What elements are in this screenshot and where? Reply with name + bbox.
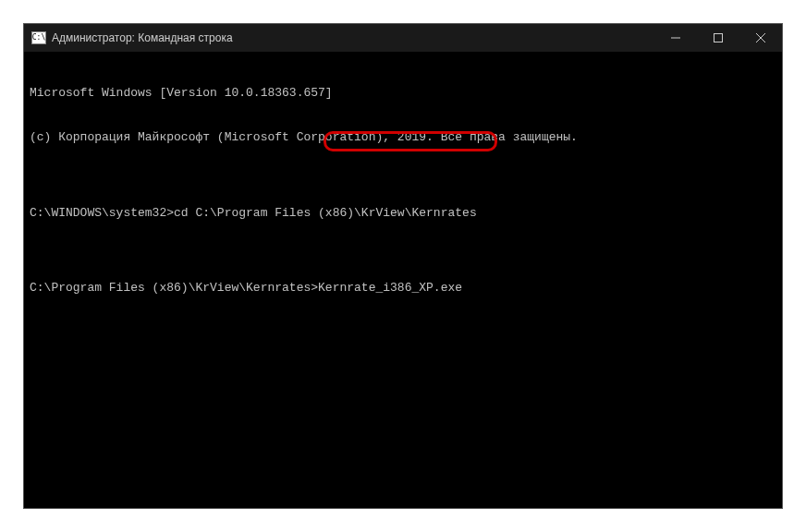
app-icon: C:\ <box>31 31 46 44</box>
terminal-line: C:\WINDOWS\system32>cd C:\Program Files … <box>30 206 776 221</box>
maximize-icon <box>714 33 723 42</box>
terminal-line: Microsoft Windows [Version 10.0.18363.65… <box>30 86 776 101</box>
terminal-area[interactable]: Microsoft Windows [Version 10.0.18363.65… <box>24 52 782 508</box>
window-title: Администратор: Командная строка <box>52 31 654 44</box>
maximize-button[interactable] <box>697 24 739 52</box>
window-controls <box>654 24 782 52</box>
titlebar[interactable]: C:\ Администратор: Командная строка <box>24 24 782 52</box>
cmd-window: C:\ Администратор: Командная строка Micr… <box>23 23 783 509</box>
minimize-button[interactable] <box>654 24 697 52</box>
terminal-line: C:\Program Files (x86)\KrView\Kernrates>… <box>30 281 776 296</box>
close-icon <box>756 33 765 42</box>
terminal-line: (c) Корпорация Майкрософт (Microsoft Cor… <box>30 130 776 145</box>
close-button[interactable] <box>739 24 782 52</box>
minimize-icon <box>671 33 680 42</box>
svg-rect-1 <box>714 34 723 42</box>
